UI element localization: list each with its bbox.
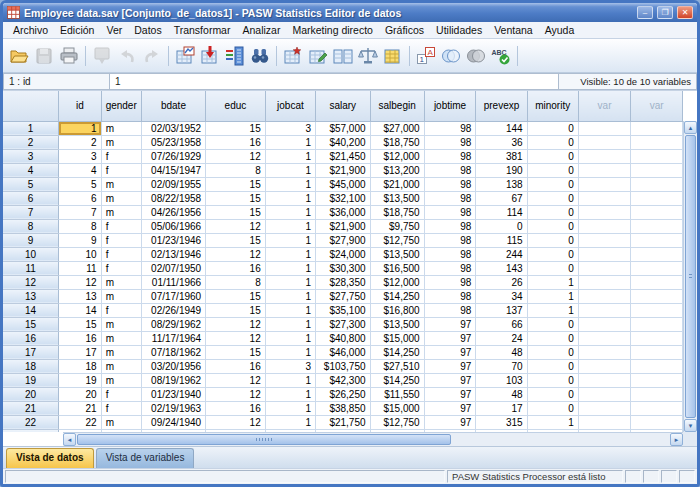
data-cell[interactable]: 0: [527, 191, 578, 205]
insert-cases-icon[interactable]: [281, 44, 305, 68]
data-cell[interactable]: 02/03/1952: [141, 121, 205, 135]
data-cell[interactable]: 315: [476, 415, 527, 429]
data-cell[interactable]: 1: [265, 191, 315, 205]
data-cell[interactable]: 02/07/1950: [141, 261, 205, 275]
data-cell[interactable]: $9,750: [370, 219, 424, 233]
data-cell[interactable]: [631, 303, 683, 317]
data-cell[interactable]: 244: [476, 247, 527, 261]
data-cell[interactable]: 1: [527, 289, 578, 303]
data-cell[interactable]: $18,750: [370, 205, 424, 219]
menu-marketing-directo[interactable]: Marketing directo: [286, 23, 379, 37]
data-cell[interactable]: [578, 415, 631, 429]
data-cell[interactable]: f: [101, 261, 141, 275]
data-cell[interactable]: 115: [476, 233, 527, 247]
data-cell[interactable]: 15: [206, 177, 266, 191]
data-cell[interactable]: 0: [527, 261, 578, 275]
data-cell[interactable]: [578, 149, 631, 163]
data-cell[interactable]: [578, 275, 631, 289]
data-cell[interactable]: $28,350: [316, 275, 371, 289]
data-cell[interactable]: 0: [527, 219, 578, 233]
data-cell[interactable]: 4: [59, 163, 101, 177]
data-cell[interactable]: 144: [476, 121, 527, 135]
minimize-button[interactable]: –: [637, 6, 653, 19]
data-cell[interactable]: f: [101, 401, 141, 415]
data-cell[interactable]: $12,000: [370, 275, 424, 289]
data-cell[interactable]: 15: [206, 121, 266, 135]
data-cell[interactable]: m: [101, 205, 141, 219]
data-cell[interactable]: 12: [206, 149, 266, 163]
data-cell[interactable]: [631, 401, 683, 415]
data-cell[interactable]: 02/26/1949: [141, 303, 205, 317]
data-cell[interactable]: [631, 205, 683, 219]
data-cell[interactable]: 98: [424, 191, 476, 205]
data-cell[interactable]: [578, 359, 631, 373]
data-cell[interactable]: $45,000: [316, 177, 371, 191]
data-cell[interactable]: 04/26/1956: [141, 205, 205, 219]
data-cell[interactable]: 15: [206, 233, 266, 247]
data-cell[interactable]: 19: [59, 373, 101, 387]
data-cell[interactable]: $57,000: [316, 121, 371, 135]
data-cell[interactable]: [578, 177, 631, 191]
data-cell[interactable]: $21,750: [316, 415, 371, 429]
data-cell[interactable]: 17: [476, 401, 527, 415]
data-cell[interactable]: 1: [265, 219, 315, 233]
data-cell[interactable]: 1: [265, 149, 315, 163]
data-cell[interactable]: m: [101, 289, 141, 303]
data-cell[interactable]: $12,750: [370, 233, 424, 247]
data-cell[interactable]: m: [101, 415, 141, 429]
data-cell[interactable]: [631, 345, 683, 359]
data-cell[interactable]: 8: [206, 275, 266, 289]
data-cell[interactable]: 98: [424, 233, 476, 247]
open-file-icon[interactable]: [7, 44, 31, 68]
data-cell[interactable]: 8: [206, 163, 266, 177]
data-cell[interactable]: 26: [476, 275, 527, 289]
data-cell[interactable]: m: [101, 191, 141, 205]
data-cell[interactable]: 1: [527, 415, 578, 429]
data-cell[interactable]: [578, 219, 631, 233]
data-cell[interactable]: 48: [476, 387, 527, 401]
data-cell[interactable]: $21,000: [370, 177, 424, 191]
data-cell[interactable]: 16: [206, 135, 266, 149]
data-cell[interactable]: 0: [527, 373, 578, 387]
data-cell[interactable]: f: [101, 233, 141, 247]
data-cell[interactable]: [578, 233, 631, 247]
data-cell[interactable]: [631, 387, 683, 401]
data-cell[interactable]: [578, 135, 631, 149]
selected-cell[interactable]: 1: [59, 121, 101, 135]
column-header-salary[interactable]: salary: [316, 91, 371, 121]
data-cell[interactable]: 01/23/1940: [141, 387, 205, 401]
menu-ver[interactable]: Ver: [100, 23, 128, 37]
data-cell[interactable]: 0: [527, 163, 578, 177]
print-icon[interactable]: [57, 44, 81, 68]
data-cell[interactable]: [631, 177, 683, 191]
data-cell[interactable]: 98: [424, 303, 476, 317]
data-cell[interactable]: 11: [59, 261, 101, 275]
data-cell[interactable]: 18: [59, 359, 101, 373]
data-cell[interactable]: 05/23/1958: [141, 135, 205, 149]
data-cell[interactable]: 0: [527, 401, 578, 415]
column-header-var[interactable]: var: [631, 91, 683, 121]
row-header[interactable]: 15: [3, 317, 59, 331]
data-cell[interactable]: 0: [527, 177, 578, 191]
data-cell[interactable]: [578, 247, 631, 261]
select-cases-icon[interactable]: [381, 44, 405, 68]
data-cell[interactable]: 137: [476, 303, 527, 317]
data-cell[interactable]: $27,510: [370, 359, 424, 373]
data-cell[interactable]: 0: [527, 387, 578, 401]
data-cell[interactable]: 98: [424, 149, 476, 163]
data-cell[interactable]: 16: [59, 331, 101, 345]
cell-editor[interactable]: 1: [110, 73, 559, 90]
data-cell[interactable]: 103: [476, 373, 527, 387]
data-cell[interactable]: 15: [59, 317, 101, 331]
data-cell[interactable]: [578, 121, 631, 135]
data-cell[interactable]: m: [101, 317, 141, 331]
data-cell[interactable]: 97: [424, 415, 476, 429]
data-cell[interactable]: 14: [59, 303, 101, 317]
data-cell[interactable]: [631, 359, 683, 373]
data-cell[interactable]: 0: [527, 121, 578, 135]
data-cell[interactable]: [631, 121, 683, 135]
data-cell[interactable]: 98: [424, 219, 476, 233]
data-cell[interactable]: [631, 149, 683, 163]
data-cell[interactable]: 03/20/1956: [141, 359, 205, 373]
column-header-salbegin[interactable]: salbegin: [370, 91, 424, 121]
